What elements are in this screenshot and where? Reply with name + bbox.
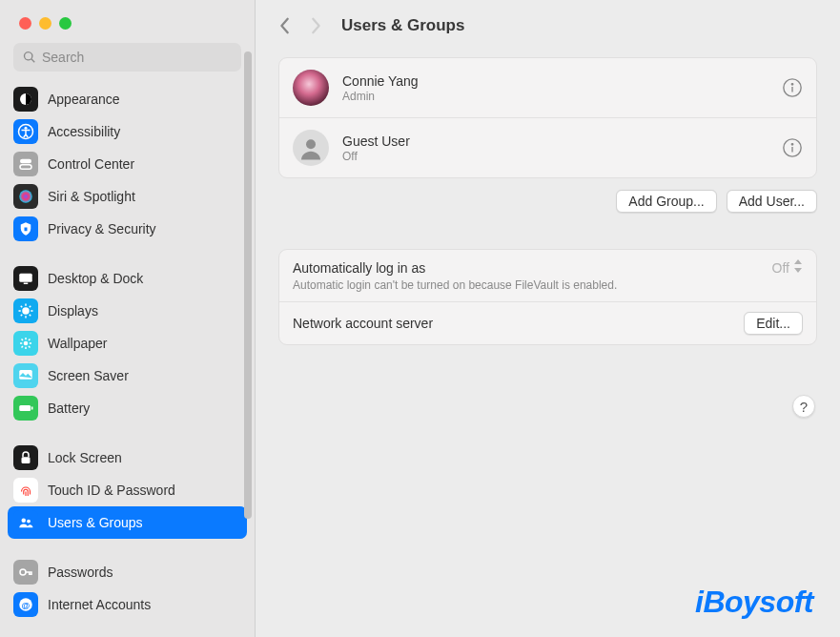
- search-icon: [23, 51, 36, 64]
- page-title: Users & Groups: [341, 16, 464, 35]
- sidebar-item-passwords[interactable]: Passwords: [8, 556, 247, 588]
- close-icon[interactable]: [19, 17, 31, 30]
- login-settings-card: Automatically log in as Off Automatic lo…: [278, 249, 817, 345]
- svg-line-14: [21, 306, 23, 308]
- svg-rect-20: [19, 405, 31, 411]
- auto-login-note: Automatic login can't be turned on becau…: [293, 278, 803, 292]
- svg-point-31: [306, 139, 316, 149]
- back-icon[interactable]: [278, 17, 292, 34]
- sidebar-item-control-center[interactable]: Control Center: [8, 148, 247, 180]
- watermark: iBoysoft: [695, 585, 813, 620]
- forward-icon[interactable]: [309, 17, 322, 34]
- sidebar-item-label: Appearance: [48, 92, 120, 107]
- sidebar-item-accessibility[interactable]: Accessibility: [8, 115, 247, 148]
- sidebar: AppearanceAccessibilityControl CenterSir…: [0, 0, 256, 637]
- sidebar-item-appearance[interactable]: Appearance: [8, 83, 247, 115]
- scrollbar[interactable]: [244, 51, 252, 519]
- accessibility-icon: [13, 119, 38, 144]
- user-name: Connie Yang: [342, 73, 768, 89]
- internet-icon: @: [13, 592, 38, 617]
- auto-login-label: Automatically log in as: [293, 260, 425, 276]
- sidebar-item-siri[interactable]: Siri & Spotlight: [8, 180, 247, 213]
- svg-point-2: [25, 127, 28, 130]
- svg-point-34: [791, 144, 792, 145]
- screensaver-icon: [13, 363, 38, 388]
- control-center-icon: [13, 152, 38, 176]
- search-field[interactable]: [13, 43, 241, 72]
- privacy-icon: [13, 216, 38, 241]
- svg-point-5: [19, 190, 32, 203]
- sidebar-item-battery[interactable]: Battery: [8, 392, 247, 424]
- sidebar-item-screensaver[interactable]: Screen Saver: [8, 360, 247, 392]
- svg-point-24: [27, 520, 31, 524]
- user-info: Guest UserOff: [342, 134, 768, 163]
- sidebar-item-label: Users & Groups: [48, 515, 143, 530]
- svg-point-23: [22, 519, 27, 524]
- window-controls: [0, 0, 255, 30]
- battery-icon: [13, 396, 38, 421]
- user-role: Admin: [342, 90, 768, 103]
- sidebar-item-users[interactable]: Users & Groups: [8, 506, 247, 539]
- auto-login-value[interactable]: Off: [772, 259, 803, 276]
- svg-rect-4: [20, 165, 31, 170]
- sidebar-item-internet[interactable]: @Internet Accounts: [8, 588, 247, 621]
- svg-rect-22: [22, 457, 31, 463]
- info-icon[interactable]: [782, 77, 803, 98]
- user-info: Connie YangAdmin: [342, 73, 768, 103]
- sidebar-item-label: Touch ID & Password: [48, 483, 175, 498]
- lock-icon: [13, 445, 38, 470]
- search-input[interactable]: [42, 50, 232, 65]
- user-row[interactable]: Guest UserOff: [279, 117, 816, 177]
- svg-rect-8: [24, 283, 29, 285]
- users-icon: [13, 510, 38, 535]
- svg-rect-6: [25, 228, 28, 232]
- user-row[interactable]: Connie YangAdmin: [279, 58, 816, 117]
- appearance-icon: [13, 87, 38, 112]
- svg-line-17: [30, 306, 31, 308]
- help-button[interactable]: ?: [792, 395, 815, 418]
- svg-line-16: [21, 315, 23, 317]
- avatar: [293, 70, 329, 106]
- sidebar-item-label: Privacy & Security: [48, 221, 156, 236]
- sidebar-item-lock[interactable]: Lock Screen: [8, 442, 247, 474]
- users-card: Connie YangAdminGuest UserOff: [278, 57, 817, 178]
- displays-icon: [13, 298, 38, 323]
- sidebar-item-desktop[interactable]: Desktop & Dock: [8, 262, 247, 295]
- network-server-label: Network account server: [293, 316, 433, 331]
- sidebar-item-label: Desktop & Dock: [48, 271, 143, 286]
- sidebar-item-label: Passwords: [48, 565, 113, 580]
- svg-text:@: @: [22, 601, 31, 610]
- info-icon[interactable]: [782, 137, 803, 158]
- touchid-icon: [13, 478, 38, 503]
- sidebar-item-label: Siri & Spotlight: [48, 189, 135, 204]
- content-pane: Users & Groups Connie YangAdminGuest Use…: [256, 0, 840, 637]
- svg-point-30: [791, 84, 792, 85]
- sidebar-item-label: Internet Accounts: [48, 597, 151, 612]
- sidebar-item-label: Lock Screen: [48, 450, 122, 465]
- avatar: [293, 130, 329, 166]
- sidebar-list: AppearanceAccessibilityControl CenterSir…: [0, 79, 255, 637]
- user-name: Guest User: [342, 134, 768, 149]
- add-group-button[interactable]: Add Group...: [616, 190, 716, 213]
- svg-point-25: [20, 569, 26, 575]
- svg-rect-7: [19, 274, 32, 282]
- fullscreen-icon[interactable]: [59, 17, 72, 30]
- network-server-row: Network account server Edit...: [279, 301, 816, 344]
- sidebar-item-displays[interactable]: Displays: [8, 295, 247, 327]
- header: Users & Groups: [278, 0, 817, 51]
- wallpaper-icon: [13, 331, 38, 356]
- sidebar-item-privacy[interactable]: Privacy & Security: [8, 213, 247, 245]
- add-user-button[interactable]: Add User...: [727, 190, 817, 213]
- sidebar-item-touchid[interactable]: Touch ID & Password: [8, 474, 247, 506]
- passwords-icon: [13, 560, 38, 585]
- sidebar-item-label: Battery: [48, 401, 90, 416]
- svg-rect-3: [20, 159, 31, 164]
- stepper-icon: [793, 259, 803, 276]
- edit-button[interactable]: Edit...: [744, 312, 803, 335]
- svg-rect-21: [31, 407, 33, 410]
- sidebar-item-label: Control Center: [48, 156, 134, 172]
- minimize-icon[interactable]: [39, 17, 51, 30]
- svg-point-9: [22, 307, 30, 315]
- sidebar-item-wallpaper[interactable]: Wallpaper: [8, 327, 247, 360]
- sidebar-item-label: Displays: [48, 303, 98, 318]
